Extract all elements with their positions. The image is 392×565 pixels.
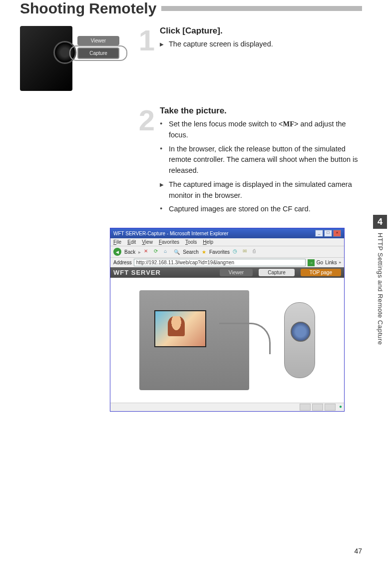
go-icon[interactable]: →	[308, 259, 315, 266]
chapter-number: 4	[373, 215, 387, 229]
step-1: Viewer Capture 1 Click [Capture]. The ca…	[20, 26, 362, 91]
internet-zone-icon: ●	[339, 404, 342, 411]
status-seg	[300, 404, 311, 411]
chapter-tab: 4 HTTP Settings and Remote Capture	[373, 215, 387, 345]
step-number-2: 2	[130, 106, 155, 218]
status-seg	[312, 404, 323, 411]
step-2-item-1: Set the lens focus mode switch to <MF> a…	[160, 119, 362, 141]
captured-image-preview	[154, 310, 206, 347]
heading-row: Shooting Remotely	[20, 0, 362, 17]
browser-statusbar: ●	[110, 403, 344, 411]
step-2-title: Take the picture.	[160, 106, 362, 116]
menu-edit[interactable]: Edit	[127, 239, 136, 245]
camera-photo	[20, 26, 72, 91]
print-icon[interactable]: ⎙	[253, 248, 260, 255]
menu-file[interactable]: File	[113, 239, 121, 245]
favorites-label[interactable]: Favorites	[209, 249, 230, 255]
release-button[interactable]	[291, 322, 311, 342]
browser-addressbar: Address http://192.168.11.3/web/cap?id=1…	[110, 257, 344, 267]
favorites-icon[interactable]: ★	[202, 249, 206, 255]
wft-header: WFT SERVER Viewer Capture TOP page	[110, 267, 344, 278]
forward-icon[interactable]: ▸	[138, 249, 141, 255]
browser-title-text: WFT SERVER-Capture - Microsoft Internet …	[113, 231, 228, 236]
page-number: 47	[354, 547, 362, 555]
address-input[interactable]: http://192.168.11.3/web/cap?id=19&lang=e…	[134, 259, 306, 266]
browser-toolbar: ◄ Back ▸ ✕ ⟳ ⌂ 🔍 Search ★ Favorites ◷ ✉ …	[110, 246, 344, 257]
stop-icon[interactable]: ✕	[144, 248, 151, 255]
viewer-tab-thumb: Viewer	[77, 36, 119, 45]
links-label[interactable]: Links	[325, 260, 337, 265]
capture-canvas	[110, 278, 344, 403]
menu-view[interactable]: View	[142, 239, 153, 245]
menu-favorites[interactable]: Favorites	[159, 239, 179, 245]
search-label[interactable]: Search	[183, 249, 199, 255]
wft-server-label: WFT SERVER	[113, 269, 214, 276]
back-icon[interactable]: ◄	[113, 248, 121, 256]
step-2-item-2: In the browser, click the release button…	[160, 144, 362, 176]
search-icon[interactable]: 🔍	[174, 249, 180, 255]
capture-tab-thumb: Capture	[77, 47, 119, 59]
back-label[interactable]: Back	[124, 249, 135, 255]
menu-help[interactable]: Help	[203, 239, 213, 245]
browser-screenshot: WFT SERVER-Capture - Microsoft Internet …	[110, 228, 345, 412]
minimize-icon[interactable]: _	[315, 230, 323, 237]
history-icon[interactable]: ◷	[233, 248, 240, 255]
refresh-icon[interactable]: ⟳	[154, 248, 161, 255]
home-icon[interactable]: ⌂	[164, 248, 171, 255]
portrait-subject	[168, 316, 185, 336]
status-seg	[325, 404, 336, 411]
wft-top-page-tab[interactable]: TOP page	[301, 269, 341, 276]
menu-tools[interactable]: Tools	[185, 239, 197, 245]
maximize-icon[interactable]: □	[324, 230, 332, 237]
go-label[interactable]: Go	[317, 260, 323, 265]
browser-titlebar: WFT SERVER-Capture - Microsoft Internet …	[110, 228, 344, 238]
page-heading: Shooting Remotely	[20, 0, 161, 17]
wft-viewer-tab[interactable]: Viewer	[220, 269, 253, 276]
heading-rule	[161, 6, 362, 11]
step-number-1: 1	[130, 26, 155, 91]
step-2: 2 Take the picture. Set the lens focus m…	[20, 106, 362, 218]
viewer-capture-callout: Viewer Capture	[77, 36, 119, 59]
cable-graphic	[219, 323, 271, 354]
step-2-item-3: The captured image is displayed in the s…	[160, 179, 362, 201]
browser-menubar: File Edit View Favorites Tools Help	[110, 238, 344, 246]
step-1-illustration: Viewer Capture	[20, 26, 130, 91]
wft-capture-tab[interactable]: Capture	[259, 269, 295, 276]
mail-icon[interactable]: ✉	[243, 248, 250, 255]
step-2-item-4: Captured images are stored on the CF car…	[160, 204, 362, 215]
address-label: Address	[113, 260, 132, 265]
links-chevron-icon[interactable]: »	[339, 260, 341, 265]
chapter-title: HTTP Settings and Remote Capture	[377, 233, 384, 345]
step-1-title: Click [Capture].	[160, 26, 362, 36]
mf-symbol: MF	[283, 120, 295, 128]
close-icon[interactable]: ×	[333, 230, 341, 237]
step-1-item-1: The capture screen is displayed.	[160, 39, 362, 50]
step-2-spacer	[20, 106, 130, 218]
simulated-remote-controller	[284, 302, 315, 378]
